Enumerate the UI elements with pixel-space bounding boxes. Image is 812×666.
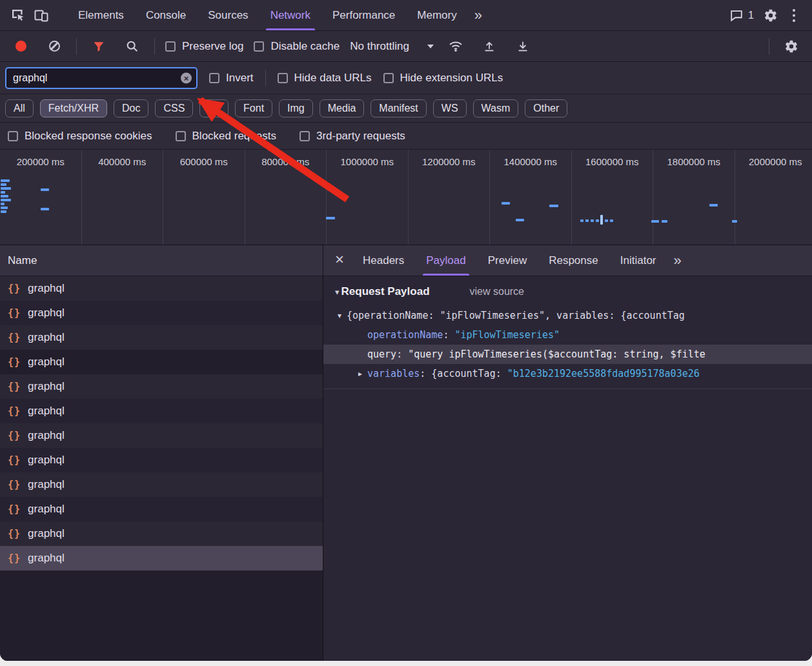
payload-row[interactable]: query: "query ipFlowTimeseries($accountT… bbox=[323, 345, 812, 364]
record-network-log-button[interactable] bbox=[9, 35, 32, 58]
timeline-column: 2000000 ms bbox=[735, 150, 812, 245]
preserve-log-checkbox[interactable] bbox=[165, 41, 176, 52]
details-tab-label: Headers bbox=[363, 254, 404, 267]
details-tab[interactable]: Payload bbox=[415, 245, 476, 276]
request-row[interactable]: {} graphql bbox=[0, 423, 323, 448]
type-chip[interactable]: Fetch/XHR bbox=[40, 99, 107, 117]
timeline-tick-label: 1000000 ms bbox=[340, 156, 394, 167]
type-chip[interactable]: Wasm bbox=[473, 99, 519, 117]
collapse-triangle-icon[interactable]: ▾ bbox=[335, 287, 340, 297]
panel-tab[interactable]: Network bbox=[259, 0, 321, 30]
hide-extension-urls-toggle[interactable]: Hide extension URLs bbox=[383, 72, 503, 85]
name-column-header[interactable]: Name bbox=[0, 245, 323, 276]
funnel-icon bbox=[92, 40, 105, 53]
throttling-dropdown[interactable]: No throttling bbox=[350, 40, 434, 53]
timeline-bar bbox=[1, 199, 11, 201]
network-conditions-icon bbox=[448, 39, 463, 54]
disable-cache-toggle[interactable]: Disable cache bbox=[254, 40, 340, 53]
type-chip[interactable]: Font bbox=[235, 99, 272, 117]
disable-cache-checkbox[interactable] bbox=[254, 41, 264, 52]
payload-root-row[interactable]: ▾{operationName: "ipFlowTimeseries", var… bbox=[323, 306, 812, 325]
request-row[interactable]: {} graphql bbox=[0, 399, 323, 423]
more-options-button[interactable] bbox=[782, 4, 806, 27]
request-row[interactable]: {} graphql bbox=[0, 325, 323, 350]
details-tab[interactable]: Initiator bbox=[609, 245, 667, 276]
timeline-bar bbox=[732, 220, 737, 223]
settings-button[interactable] bbox=[759, 4, 782, 27]
payload-header: ▾ Request Payload view source bbox=[323, 285, 812, 298]
hide-data-urls-checkbox[interactable] bbox=[278, 73, 288, 83]
panel-tab[interactable]: Memory bbox=[406, 0, 467, 30]
clear-network-log-button[interactable] bbox=[43, 35, 66, 58]
panel-tab[interactable]: Sources bbox=[197, 0, 259, 30]
type-chip[interactable]: WS bbox=[433, 99, 467, 117]
type-chip-label: Doc bbox=[122, 103, 140, 114]
extra-filter-checkbox[interactable] bbox=[176, 131, 186, 141]
type-chip[interactable]: All bbox=[5, 99, 34, 117]
type-chip[interactable]: Doc bbox=[114, 99, 148, 117]
network-settings-button[interactable] bbox=[780, 35, 803, 58]
network-overview-timeline[interactable]: 200000 ms 400000 ms 600000 ms 800000 ms … bbox=[0, 150, 812, 245]
details-tab[interactable]: Preview bbox=[477, 245, 538, 276]
hide-data-urls-toggle[interactable]: Hide data URLs bbox=[278, 72, 372, 85]
more-details-tabs-button[interactable]: » bbox=[667, 252, 688, 269]
device-toolbar-button[interactable] bbox=[30, 4, 53, 27]
invert-filter-toggle[interactable]: Invert bbox=[209, 72, 254, 85]
filter-toggle-button[interactable] bbox=[87, 35, 110, 58]
close-details-icon[interactable]: × bbox=[331, 250, 352, 270]
request-row[interactable]: {} graphql bbox=[0, 350, 323, 374]
panel-tab[interactable]: Elements bbox=[67, 0, 135, 30]
extra-filter-toggle[interactable]: Blocked response cookies bbox=[8, 130, 152, 143]
extra-filter-toggle[interactable]: 3rd-party requests bbox=[299, 130, 405, 143]
expand-triangle-icon[interactable]: ▾ bbox=[332, 311, 347, 320]
type-chip[interactable]: JS bbox=[199, 99, 228, 117]
request-row[interactable]: {} graphql bbox=[0, 301, 323, 325]
payload-row[interactable]: ▸variables: {accountTag: "b12e3b2192ee55… bbox=[323, 364, 812, 383]
type-chip[interactable]: CSS bbox=[155, 99, 193, 117]
panel-tab[interactable]: Performance bbox=[321, 0, 406, 30]
request-name: graphql bbox=[28, 454, 65, 467]
json-braces-icon: {} bbox=[8, 405, 21, 417]
request-row[interactable]: {} graphql bbox=[0, 497, 323, 521]
request-row[interactable]: {} graphql bbox=[0, 546, 323, 570]
expand-triangle-icon[interactable]: ▸ bbox=[353, 369, 367, 378]
request-row[interactable]: {} graphql bbox=[0, 448, 323, 472]
extra-filter-toggle[interactable]: Blocked requests bbox=[176, 130, 276, 143]
panel-tab-label: Elements bbox=[78, 9, 124, 22]
network-filter-input[interactable] bbox=[5, 67, 198, 89]
type-chip[interactable]: Media bbox=[320, 99, 365, 117]
more-panels-button[interactable]: » bbox=[468, 7, 489, 24]
request-row[interactable]: {} graphql bbox=[0, 276, 323, 301]
issues-counter[interactable]: 1 bbox=[724, 8, 759, 23]
panel-tab[interactable]: Console bbox=[135, 0, 197, 30]
json-braces-icon: {} bbox=[8, 552, 21, 564]
type-chip[interactable]: Manifest bbox=[370, 99, 426, 117]
details-tab[interactable]: Response bbox=[538, 245, 609, 276]
toolbar-divider bbox=[76, 38, 77, 55]
extra-filter-checkbox[interactable] bbox=[8, 131, 18, 141]
hide-extension-urls-checkbox[interactable] bbox=[383, 73, 394, 83]
inspect-element-button[interactable] bbox=[6, 4, 30, 27]
network-conditions-button[interactable] bbox=[444, 35, 467, 58]
import-har-button[interactable] bbox=[478, 35, 501, 58]
request-row[interactable]: {} graphql bbox=[0, 374, 323, 399]
clear-filter-icon[interactable]: × bbox=[181, 72, 192, 83]
type-chip[interactable]: Other bbox=[525, 99, 567, 117]
type-chip-label: All bbox=[14, 103, 25, 114]
search-network-button[interactable] bbox=[121, 35, 144, 58]
timeline-column: 1000000 ms bbox=[327, 150, 409, 245]
timeline-column: 200000 ms bbox=[0, 150, 82, 245]
invert-checkbox[interactable] bbox=[209, 73, 219, 83]
type-chip[interactable]: Img bbox=[279, 99, 313, 117]
request-row[interactable]: {} graphql bbox=[0, 472, 323, 497]
view-source-link[interactable]: view source bbox=[470, 286, 524, 298]
extra-filter-checkbox[interactable] bbox=[299, 131, 310, 141]
network-filter-row: × Invert Hide data URLs Hide extension U… bbox=[0, 62, 812, 94]
details-tab[interactable]: Headers bbox=[352, 245, 415, 276]
request-row[interactable]: {} graphql bbox=[0, 521, 323, 546]
preserve-log-toggle[interactable]: Preserve log bbox=[165, 40, 243, 53]
json-braces-icon: {} bbox=[8, 307, 21, 319]
export-har-button[interactable] bbox=[511, 35, 534, 58]
extra-filter-label: Blocked requests bbox=[192, 130, 276, 143]
payload-row[interactable]: operationName: "ipFlowTimeseries" bbox=[323, 325, 812, 345]
